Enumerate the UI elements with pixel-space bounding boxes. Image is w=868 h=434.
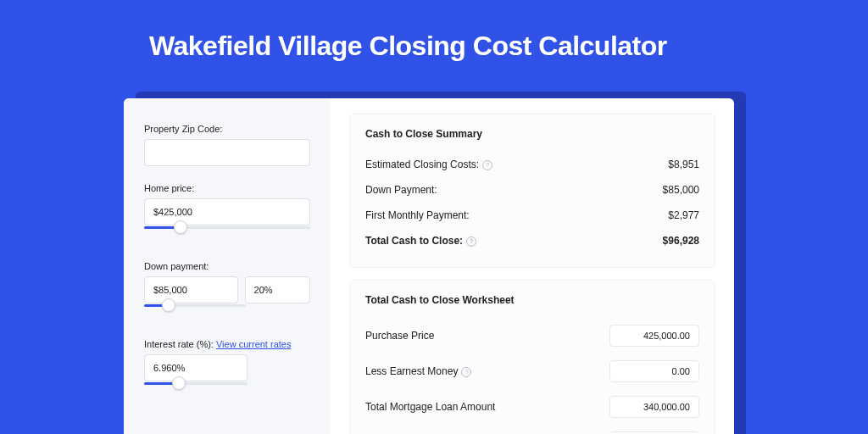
down-payment-slider[interactable] <box>144 303 246 322</box>
view-rates-link[interactable]: View current rates <box>216 339 291 349</box>
down-payment-pct-input[interactable] <box>245 276 310 303</box>
home-price-label: Home price: <box>144 183 310 193</box>
field-interest: Interest rate (%): View current rates <box>144 339 310 400</box>
summary-row-value: $2,977 <box>668 209 699 221</box>
zip-label: Property Zip Code: <box>144 124 310 134</box>
home-price-input[interactable] <box>144 198 310 225</box>
field-down-payment: Down payment: <box>144 261 310 322</box>
summary-row: Estimated Closing Costs:?$8,951 <box>365 152 699 177</box>
summary-row: First Monthly Payment:$2,977 <box>365 203 699 228</box>
interest-label: Interest rate (%): View current rates <box>144 339 310 349</box>
field-zip: Property Zip Code: <box>144 124 310 166</box>
inputs-sidebar: Property Zip Code: Home price: Down paym… <box>124 98 331 434</box>
summary-row-value: $85,000 <box>663 184 699 196</box>
results-area: Cash to Close Summary Estimated Closing … <box>331 98 734 434</box>
summary-row: Down Payment:$85,000 <box>365 177 699 203</box>
summary-row-label: First Monthly Payment: <box>365 209 470 221</box>
worksheet-row: Total Second Mortgage Amount? <box>365 425 699 434</box>
summary-heading: Cash to Close Summary <box>365 128 699 140</box>
summary-row-label: Total Cash to Close:? <box>365 235 476 247</box>
summary-row-label: Estimated Closing Costs:? <box>365 159 492 170</box>
help-icon[interactable]: ? <box>466 236 476 247</box>
worksheet-row: Less Earnest Money? <box>365 353 699 389</box>
summary-row: Total Cash to Close:?$96,928 <box>365 228 699 253</box>
worksheet-row: Purchase Price <box>365 318 699 353</box>
worksheet-row: Total Mortgage Loan Amount <box>365 389 699 425</box>
help-icon[interactable]: ? <box>482 160 492 170</box>
home-price-slider[interactable] <box>144 225 310 244</box>
worksheet-row-input[interactable] <box>609 360 699 382</box>
slider-thumb[interactable] <box>162 298 175 312</box>
summary-row-value: $8,951 <box>668 159 699 170</box>
field-home-price: Home price: <box>144 183 310 244</box>
worksheet-row-input[interactable] <box>609 396 699 418</box>
worksheet-row-label: Total Mortgage Loan Amount <box>365 401 495 413</box>
worksheet-row-label: Purchase Price <box>365 330 434 342</box>
worksheet-row-label: Less Earnest Money? <box>365 365 471 377</box>
worksheet-card: Total Cash to Close Worksheet Purchase P… <box>349 280 715 434</box>
slider-thumb[interactable] <box>174 220 187 234</box>
interest-input[interactable] <box>144 354 248 381</box>
worksheet-heading: Total Cash to Close Worksheet <box>365 294 699 306</box>
summary-row-value: $96,928 <box>663 235 699 247</box>
zip-input[interactable] <box>144 139 310 166</box>
down-payment-input[interactable] <box>144 276 238 303</box>
calculator-panel: Property Zip Code: Home price: Down paym… <box>124 98 734 434</box>
page-title: Wakefield Village Closing Cost Calculato… <box>0 0 868 62</box>
summary-card: Cash to Close Summary Estimated Closing … <box>349 114 715 268</box>
interest-slider[interactable] <box>144 381 248 400</box>
down-payment-label: Down payment: <box>144 261 310 271</box>
worksheet-row-input[interactable] <box>609 325 699 347</box>
slider-thumb[interactable] <box>172 376 186 390</box>
summary-row-label: Down Payment: <box>365 184 437 196</box>
help-icon[interactable]: ? <box>461 367 471 377</box>
interest-label-text: Interest rate (%): <box>144 339 214 349</box>
